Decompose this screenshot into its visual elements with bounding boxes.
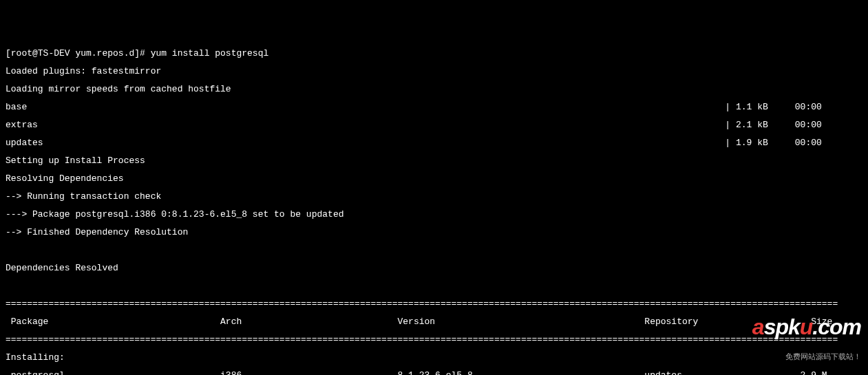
repo-line: extras | 2.1 kB 00:00: [6, 120, 862, 129]
table-row: postgresql i386 8.1.23-6.el5_8 updates 2…: [6, 371, 862, 375]
divider: ========================================…: [6, 335, 862, 344]
output-line: Dependencies Resolved: [6, 264, 862, 272]
watermark-text: aspku.com: [752, 316, 861, 338]
table-header: Package Arch Version Repository Size: [6, 317, 862, 326]
section-header: Installing:: [6, 353, 862, 362]
watermark-logo: aspku.com 免费网站源码下载站！: [752, 298, 861, 369]
blank-line: [6, 246, 862, 255]
blank-line: [6, 281, 862, 290]
watermark-subtext: 免费网站源码下载站！: [752, 353, 861, 361]
typed-command: yum install postgresql: [151, 49, 269, 58]
prompt-line-1: [root@TS-DEV yum.repos.d]# yum install p…: [6, 49, 862, 58]
output-line: ---> Package postgresql.i386 0:8.1.23-6.…: [6, 210, 862, 219]
output-line: --> Running transaction check: [6, 192, 862, 201]
output-line: Resolving Dependencies: [6, 174, 862, 183]
output-line: Setting up Install Process: [6, 156, 862, 165]
repo-line: updates | 1.9 kB 00:00: [6, 138, 862, 147]
output-line: Loading mirror speeds from cached hostfi…: [6, 85, 862, 94]
repo-line: base | 1.1 kB 00:00: [6, 103, 862, 111]
terminal-output[interactable]: [root@TS-DEV yum.repos.d]# yum install p…: [0, 36, 868, 375]
output-line: Loaded plugins: fastestmirror: [6, 67, 862, 76]
output-line: --> Finished Dependency Resolution: [6, 228, 862, 237]
shell-prompt: [root@TS-DEV yum.repos.d]#: [6, 49, 151, 58]
divider: ========================================…: [6, 299, 862, 308]
